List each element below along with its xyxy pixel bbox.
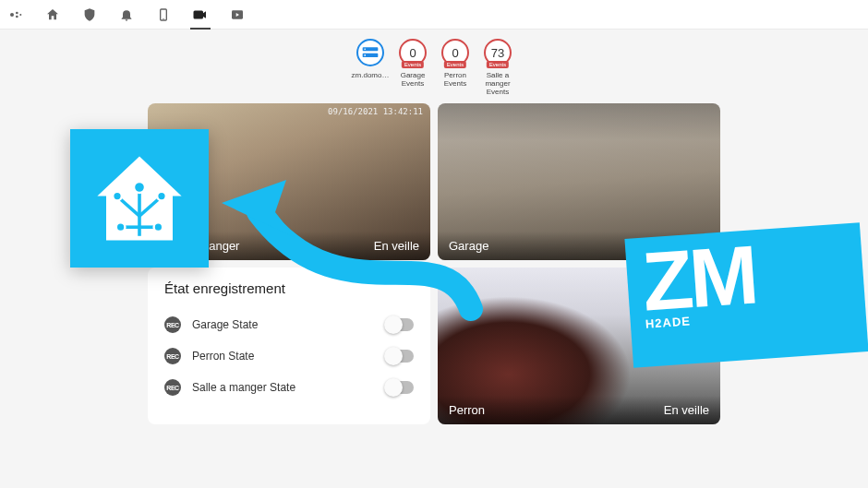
rec-icon: REC [164, 348, 181, 364]
svg-point-18 [157, 192, 166, 201]
svg-point-10 [364, 54, 366, 56]
chip-value: 0 [452, 46, 458, 60]
camera-name: Perron [449, 403, 485, 417]
tab-home[interactable] [44, 6, 61, 23]
svg-point-5 [163, 18, 163, 18]
state-row-garage: REC Garage State [164, 309, 414, 340]
timestamp: 09/16/2021 13:42:11 [328, 107, 423, 116]
rec-icon: REC [164, 379, 181, 396]
svg-point-9 [364, 48, 366, 50]
rec-icon: REC [164, 316, 181, 333]
chip-salle[interactable]: 73Events Salle a manger Events [479, 39, 516, 96]
toggle-salle[interactable] [386, 381, 414, 394]
state-row-salle: REC Salle a manger State [164, 372, 414, 403]
svg-point-16 [134, 182, 145, 193]
zoneminder-logo: ZM H2ADE [624, 222, 868, 367]
svg-point-20 [154, 222, 163, 232]
chip-badge: Events [487, 61, 509, 68]
recording-state-panel: État enregistrement REC Garage State REC… [148, 268, 430, 424]
svg-point-17 [113, 192, 122, 201]
panel-title: État enregistrement [164, 280, 414, 296]
home-assistant-logo [70, 129, 209, 268]
svg-point-1 [16, 11, 18, 14]
chip-perron[interactable]: 0Events Perron Events [437, 39, 474, 96]
tab-tablet[interactable] [155, 6, 172, 23]
chip-badge: Events [444, 61, 466, 68]
tab-play[interactable] [229, 6, 246, 23]
svg-point-3 [19, 14, 21, 16]
event-chips: zm.domo… 0Events Garage Events 0Events P… [0, 39, 868, 96]
tab-assistant[interactable] [7, 6, 24, 23]
chip-garage[interactable]: 0Events Garage Events [394, 39, 431, 96]
svg-point-0 [10, 13, 14, 17]
topbar [0, 0, 868, 30]
tab-shield[interactable] [81, 6, 98, 23]
row-label: Perron State [192, 350, 254, 363]
svg-point-2 [16, 15, 18, 18]
chip-badge: Events [402, 61, 424, 68]
chip-host[interactable]: zm.domo… [352, 39, 389, 96]
camera-status: En veille [374, 239, 419, 253]
chip-label: zm.domo… [352, 71, 390, 79]
camera-status: En veille [664, 403, 709, 417]
camera-name: Garage [449, 239, 488, 253]
chip-label: Salle a manger Events [479, 71, 516, 96]
row-label: Garage State [192, 318, 258, 331]
toggle-perron[interactable] [386, 350, 414, 363]
toggle-garage[interactable] [386, 318, 414, 331]
state-row-perron: REC Perron State [164, 340, 414, 372]
tab-camera[interactable] [192, 6, 209, 23]
chip-value: 0 [409, 46, 416, 60]
chip-label: Garage Events [394, 71, 431, 88]
row-label: Salle a manger State [192, 381, 295, 394]
chip-label: Perron Events [437, 71, 474, 88]
svg-point-19 [116, 222, 126, 232]
chip-value: 73 [491, 46, 504, 60]
tab-bell[interactable] [118, 6, 135, 23]
